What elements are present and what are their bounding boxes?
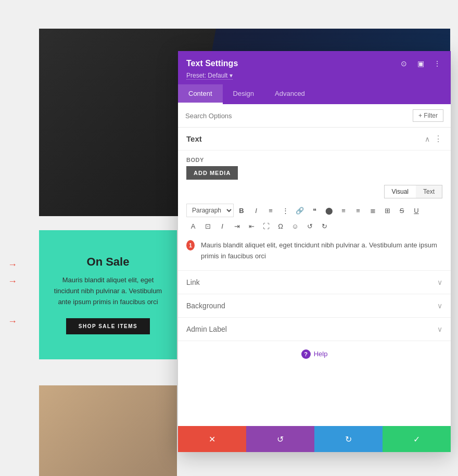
align-center-button[interactable]: ≡ [337,204,350,217]
format-button[interactable]: ⊡ [201,219,214,233]
strikethrough-button[interactable]: S [395,204,409,217]
outdent-button[interactable]: ⇤ [245,219,258,233]
tab-advanced[interactable]: Advanced [264,84,315,104]
content-badge: 1 [186,240,195,250]
arrow-2: → [8,276,17,287]
arrow-3: → [8,316,17,327]
fullscreen-button[interactable]: ⛶ [259,219,273,233]
unordered-list-button[interactable]: ≡ [264,204,277,217]
bottom-image [39,385,177,476]
italic2-button[interactable]: I [215,219,229,233]
link-section: Link ∨ [178,271,451,294]
modal-header: Text Settings ⊙ ▣ ⋮ Preset: Default ▾ [178,51,451,84]
tab-design[interactable]: Design [223,84,264,104]
target-icon[interactable]: ⊙ [399,58,409,69]
add-media-button[interactable]: ADD MEDIA [186,166,238,180]
section-menu-icon[interactable]: ⋮ [434,134,442,144]
background-section: Background ∨ [178,294,451,318]
section-controls: ∧ ⋮ [425,134,442,144]
background-label: Background [186,302,225,310]
cancel-button[interactable]: ✕ [178,426,246,452]
help-label: Help [314,350,328,358]
underline-button[interactable]: U [410,204,423,217]
modal-tabs: Content Design Advanced [178,84,451,104]
layout-icon[interactable]: ▣ [415,58,426,69]
align-justify-button[interactable]: ≣ [366,204,379,217]
undo-button[interactable]: ↺ [246,426,314,452]
tab-content[interactable]: Content [178,84,223,104]
admin-label-section: Admin Label ∨ [178,318,451,341]
section-collapse-icon[interactable]: ∧ [425,135,430,143]
editor-toolbar: Paragraph Heading 1 Heading 2 Heading 3 … [178,202,451,235]
background-section-header[interactable]: Background ∨ [178,294,451,317]
editor-mode-toggle: Visual Text [178,185,451,202]
visual-toggle-button[interactable]: Visual [385,185,416,198]
filter-button[interactable]: + Filter [413,109,443,122]
redo-editor-button[interactable]: ↻ [317,219,331,233]
link-label: Link [186,278,200,286]
body-label: Body [178,151,451,166]
text-section-title: Text [186,134,202,143]
modal-footer: ✕ ↺ ↻ ✓ [178,426,451,452]
modal-icons: ⊙ ▣ ⋮ [399,58,442,69]
paragraph-select[interactable]: Paragraph Heading 1 Heading 2 Heading 3 [186,204,234,217]
undo-editor-button[interactable]: ↺ [303,219,316,233]
shop-sale-button[interactable]: SHOP SALE ITEMS [66,318,150,334]
align-right-button[interactable]: ≡ [351,204,365,217]
admin-label: Admin Label [186,325,227,333]
modal-title: Text Settings [186,59,238,68]
text-settings-modal: Text Settings ⊙ ▣ ⋮ Preset: Default ▾ Co… [178,51,451,452]
search-input[interactable] [185,112,413,120]
on-sale-section: On Sale Mauris blandit aliquet elit, ege… [39,230,177,359]
more-options-icon[interactable]: ⋮ [432,58,442,69]
link-button[interactable]: 🔗 [293,204,307,217]
editor-text-content: Mauris blandit aliquet elit, eget tincid… [201,240,442,262]
admin-label-section-header[interactable]: Admin Label ∨ [178,318,451,341]
background-chevron-icon: ∨ [437,302,442,310]
modal-preset[interactable]: Preset: Default ▾ [186,72,442,79]
bold-button[interactable]: B [235,204,248,217]
modal-search-bar: + Filter [178,104,451,128]
omega-button[interactable]: Ω [274,219,287,233]
indent-button[interactable]: ⇥ [230,219,244,233]
search-input-wrap [185,112,413,120]
text-section-header: Text ∧ ⋮ [178,128,451,151]
save-button[interactable]: ✓ [383,426,451,452]
add-media-row: ADD MEDIA [178,166,451,185]
italic-button[interactable]: I [249,204,263,217]
emoji-button[interactable]: ☺ [288,219,302,233]
table-button[interactable]: ⊞ [380,204,394,217]
quote-button[interactable]: ❝ [308,204,321,217]
text-color-button[interactable]: A [186,219,200,233]
visual-text-toggle-group: Visual Text [384,185,442,198]
arrow-1: → [8,259,17,270]
link-section-header[interactable]: Link ∨ [178,271,451,294]
help-icon: ? [301,349,311,359]
toolbar-row-1: Paragraph Heading 1 Heading 2 Heading 3 … [186,204,442,217]
admin-label-chevron-icon: ∨ [437,325,442,333]
link-chevron-icon: ∨ [437,278,442,286]
modal-body: Text ∧ ⋮ Body ADD MEDIA Visual Text Para… [178,128,451,426]
on-sale-body: Mauris blandit aliquet elit, eget tincid… [49,275,167,307]
text-toggle-button[interactable]: Text [416,185,442,198]
help-row[interactable]: ? Help [178,341,451,367]
ordered-list-button[interactable]: ⋮ [278,204,292,217]
redo-button[interactable]: ↻ [314,426,383,452]
modal-header-top: Text Settings ⊙ ▣ ⋮ [186,58,442,69]
toolbar-row-2: A ⊡ I ⇥ ⇤ ⛶ Ω ☺ ↺ ↻ [186,219,442,233]
align-left-button[interactable]: ⬤ [322,204,336,217]
on-sale-title: On Sale [87,255,130,269]
editor-content-area: 1 Mauris blandit aliquet elit, eget tinc… [178,235,451,271]
